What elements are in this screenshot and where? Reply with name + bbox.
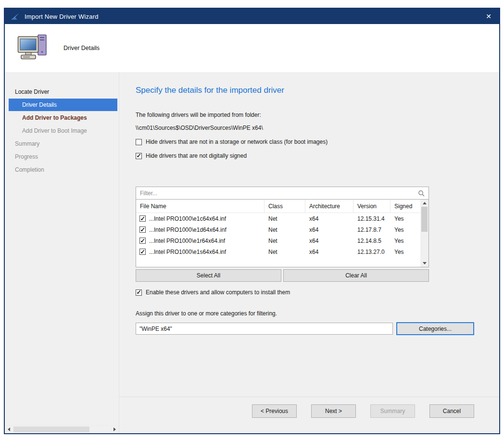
wizard-nav-sidebar: Locate Driver Driver Details Add Driver … xyxy=(5,72,119,433)
driver-list-area: File Name Class Architecture Version Sig… xyxy=(136,187,429,282)
computer-icon xyxy=(17,34,48,62)
assign-category-text: Assign this driver to one or more catego… xyxy=(136,310,499,317)
category-row: Categories... xyxy=(136,322,499,335)
close-button[interactable]: ✕ xyxy=(480,9,497,24)
hide-storage-label: Hide drivers that are not in a storage o… xyxy=(146,138,328,145)
wizard-footer: < Previous Next > Summary Cancel xyxy=(119,397,499,433)
intro-text: The following drivers will be imported f… xyxy=(136,112,499,118)
summary-button: Summary xyxy=(370,404,415,418)
horizontal-scroll-track[interactable] xyxy=(13,426,111,433)
sidebar-horizontal-scrollbar[interactable] xyxy=(5,425,119,433)
categories-button[interactable]: Categories... xyxy=(396,322,474,335)
page-heading: Specify the details for the imported dri… xyxy=(136,86,499,95)
sidebar-item-locate-driver[interactable]: Locate Driver xyxy=(9,86,117,98)
scroll-down-icon xyxy=(423,262,427,264)
row-checkbox[interactable] xyxy=(139,215,146,222)
cell-class: Net xyxy=(265,226,305,233)
scroll-up-button[interactable] xyxy=(420,200,428,207)
wizard-main-panel: Specify the details for the imported dri… xyxy=(119,72,499,433)
cell-file-name: ...Intel PRO1000\e1s64x64.inf xyxy=(149,249,226,255)
cell-signed: Yes xyxy=(391,238,420,244)
cell-signed: Yes xyxy=(391,226,420,233)
previous-button[interactable]: < Previous xyxy=(252,404,297,418)
column-header-signed[interactable]: Signed xyxy=(391,200,420,213)
window-title: Import New Driver Wizard xyxy=(25,13,480,20)
close-icon: ✕ xyxy=(486,13,491,20)
row-checkbox[interactable] xyxy=(139,249,146,255)
cell-signed: Yes xyxy=(391,215,420,222)
scroll-up-icon xyxy=(423,202,427,204)
hide-storage-checkbox[interactable] xyxy=(136,139,142,145)
scroll-left-icon xyxy=(8,427,10,431)
row-checkbox[interactable] xyxy=(139,226,146,233)
hide-unsigned-row: Hide drivers that are not digitally sign… xyxy=(136,152,499,159)
table-row[interactable]: ...Intel PRO1000\e1r64x64.inf Net x64 12… xyxy=(136,235,420,246)
table-vertical-scrollbar[interactable] xyxy=(420,200,428,267)
driver-table-columns: File Name Class Architecture Version Sig… xyxy=(136,200,420,267)
vertical-scroll-track[interactable] xyxy=(420,207,428,260)
cell-file-name: ...Intel PRO1000\e1d64x64.inf xyxy=(149,226,227,233)
wizard-page-title: Driver Details xyxy=(63,45,100,51)
source-path: \\cm01\Sources$\OSD\DriverSources\WinPE … xyxy=(136,125,499,131)
filter-input[interactable] xyxy=(140,190,415,197)
sidebar-item-add-driver-to-packages[interactable]: Add Driver to Packages xyxy=(9,112,117,124)
table-header: File Name Class Architecture Version Sig… xyxy=(136,200,420,213)
wizard-body: Locate Driver Driver Details Add Driver … xyxy=(5,72,499,433)
enable-drivers-label: Enable these drivers and allow computers… xyxy=(146,289,290,296)
column-header-architecture[interactable]: Architecture xyxy=(305,200,353,213)
vertical-scroll-thumb[interactable] xyxy=(421,207,428,232)
sidebar-item-summary: Summary xyxy=(9,138,117,150)
hide-unsigned-checkbox[interactable] xyxy=(136,153,142,159)
table-body: ...Intel PRO1000\e1c64x64.inf Net x64 12… xyxy=(136,213,420,267)
cell-architecture: x64 xyxy=(305,215,353,222)
cell-file-name: ...Intel PRO1000\e1c64x64.inf xyxy=(149,215,226,222)
scroll-down-button[interactable] xyxy=(420,260,428,267)
table-row[interactable]: ...Intel PRO1000\e1c64x64.inf Net x64 12… xyxy=(136,213,420,224)
row-checkbox[interactable] xyxy=(139,238,146,244)
cell-version: 12.17.8.7 xyxy=(353,226,391,233)
sidebar-item-progress: Progress xyxy=(9,151,117,163)
column-header-version[interactable]: Version xyxy=(353,200,391,213)
cell-class: Net xyxy=(265,249,305,255)
cell-architecture: x64 xyxy=(305,238,353,244)
category-input[interactable] xyxy=(136,323,393,335)
cell-class: Net xyxy=(265,215,305,222)
cell-version: 12.14.8.5 xyxy=(353,238,391,244)
clear-all-button[interactable]: Clear All xyxy=(283,269,429,282)
cell-file-name: ...Intel PRO1000\e1r64x64.inf xyxy=(149,238,225,244)
table-row[interactable]: ...Intel PRO1000\e1s64x64.inf Net x64 12… xyxy=(136,246,420,257)
selection-buttons-row: Select All Clear All xyxy=(136,269,429,282)
wizard-dart-icon xyxy=(11,13,20,21)
sidebar-item-driver-details[interactable]: Driver Details xyxy=(9,99,117,111)
sidebar-item-add-driver-to-boot-image: Add Driver to Boot Image xyxy=(9,125,117,137)
wizard-window: Import New Driver Wizard ✕ xyxy=(4,8,500,434)
column-header-file-name[interactable]: File Name xyxy=(136,200,265,213)
scroll-right-button[interactable] xyxy=(111,426,119,434)
cancel-button[interactable]: Cancel xyxy=(429,404,474,418)
table-row[interactable]: ...Intel PRO1000\e1d64x64.inf Net x64 12… xyxy=(136,224,420,235)
filter-box xyxy=(136,187,429,200)
cell-version: 12.15.31.4 xyxy=(353,215,391,222)
scroll-right-icon xyxy=(113,427,116,431)
sidebar-item-completion: Completion xyxy=(9,163,117,176)
cell-architecture: x64 xyxy=(305,249,353,255)
cell-class: Net xyxy=(265,238,305,244)
titlebar: Import New Driver Wizard ✕ xyxy=(5,9,499,24)
select-all-button[interactable]: Select All xyxy=(136,269,281,282)
horizontal-scroll-thumb[interactable] xyxy=(13,426,89,432)
cell-signed: Yes xyxy=(391,249,420,255)
wizard-header: Driver Details xyxy=(5,24,499,72)
enable-drivers-checkbox[interactable] xyxy=(136,289,142,296)
cell-architecture: x64 xyxy=(305,226,353,233)
cell-version: 12.13.27.0 xyxy=(353,249,391,255)
hide-storage-row: Hide drivers that are not in a storage o… xyxy=(136,138,499,145)
next-button[interactable]: Next > xyxy=(311,404,356,418)
enable-drivers-row: Enable these drivers and allow computers… xyxy=(136,289,499,296)
driver-table: File Name Class Architecture Version Sig… xyxy=(136,200,429,267)
scroll-left-button[interactable] xyxy=(5,426,13,434)
search-icon xyxy=(418,190,425,197)
column-header-class[interactable]: Class xyxy=(265,200,305,213)
hide-unsigned-label: Hide drivers that are not digitally sign… xyxy=(146,152,247,159)
